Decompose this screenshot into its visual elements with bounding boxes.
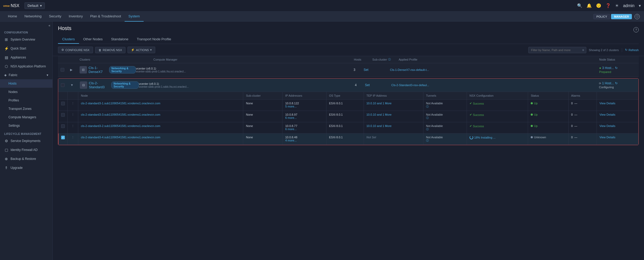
- n2-tep-more[interactable]: and 1 More: [377, 113, 392, 116]
- n2-node-name[interactable]: cls-2-standard3-3.sub11090541581.vcndemo…: [81, 113, 160, 116]
- help-icon[interactable]: ❓: [606, 3, 611, 8]
- vmw-logo: vmw: [3, 4, 9, 7]
- n1-tep-more[interactable]: and 1 More: [377, 102, 392, 105]
- nodes-header-row: Node Sub-cluster IP Addresses OS Type TE…: [58, 92, 638, 100]
- n4-ip-more[interactable]: 4 more...: [285, 139, 323, 142]
- sidebar-item-compute-managers[interactable]: Compute Managers: [0, 113, 52, 121]
- theme-icon[interactable]: ☀: [615, 3, 619, 8]
- sidebar-item-transport-zones[interactable]: Transport Zones: [0, 105, 52, 113]
- tab-other-nodes[interactable]: Other Nodes: [79, 35, 107, 44]
- cls2-subcluster-value[interactable]: Set: [365, 83, 370, 87]
- tab-transport-node-profile[interactable]: Transport Node Profile: [133, 35, 175, 44]
- n1-node-name[interactable]: cls-2-standard3-1.sub11090541581.vcndemo…: [81, 102, 160, 105]
- admin-chevron[interactable]: ▾: [639, 3, 641, 8]
- nav-security[interactable]: Security: [45, 12, 65, 22]
- n2-checkbox[interactable]: [61, 113, 65, 117]
- sidebar-item-identity-firewall[interactable]: ▢ Identity Firewall AD: [0, 145, 52, 154]
- n2-view-details[interactable]: View Details: [599, 113, 615, 116]
- n2-context-menu[interactable]: ⋮: [70, 113, 75, 116]
- n1-alarm-count: 0: [571, 102, 573, 105]
- sidebar-item-nsx-app-platform[interactable]: ⬡ NSX Application Platform: [0, 62, 52, 71]
- sidebar-collapse-button[interactable]: «: [0, 22, 52, 28]
- n3-view-details[interactable]: View Details: [599, 124, 615, 127]
- cls1-cluster-icon: ⊟: [80, 66, 87, 73]
- nav-inventory[interactable]: Inventory: [65, 12, 86, 22]
- page-help-icon[interactable]: ?: [633, 27, 639, 32]
- n3-tep-more[interactable]: and 1 More: [377, 124, 392, 127]
- cls1-name[interactable]: Cls-1-DenseX7: [89, 66, 107, 74]
- n3-tunnel-info[interactable]: ⓘ: [426, 128, 429, 131]
- n4-view-details[interactable]: View Details: [599, 136, 615, 139]
- nav-networking[interactable]: Networking: [21, 12, 45, 22]
- sidebar-item-appliances[interactable]: ▤ Appliances: [0, 53, 52, 62]
- n4-checkbox[interactable]: ✓: [61, 136, 65, 139]
- sidebar-item-system-overview[interactable]: ⊞ System Overview: [0, 35, 52, 44]
- n3-node-name[interactable]: cls-2-standard3-2.sub11090541581.vcndemo…: [81, 124, 160, 127]
- node-row-2: ⋮ cls-2-standard3-3.sub11090541581.vcnde…: [58, 111, 638, 122]
- sidebar-item-backup-restore[interactable]: ⊕ Backup & Restore: [0, 154, 52, 163]
- n3-ip-more[interactable]: 6 more...: [285, 127, 323, 131]
- service-deployments-icon: ⚙: [4, 139, 8, 143]
- refresh-button[interactable]: ↻ Refresh: [625, 48, 639, 52]
- bell-icon[interactable]: 🔔: [587, 3, 592, 8]
- n1-checkbox[interactable]: [61, 102, 65, 105]
- cls1-profile-link[interactable]: Cls-1-DenseX7-nsx-default-t...: [390, 68, 429, 71]
- user-icon[interactable]: 🙂: [596, 3, 601, 8]
- cls1-subcluster-value[interactable]: Set: [364, 68, 368, 72]
- sidebar-item-hosts[interactable]: Hosts: [0, 79, 52, 88]
- sidebar-item-upgrade[interactable]: ⇑ Upgrade: [0, 163, 52, 172]
- cls2-refresh-icon[interactable]: ↻: [615, 81, 618, 85]
- sidebar-item-settings[interactable]: Settings: [0, 121, 52, 130]
- cls2-configuring-label: Configuring: [599, 86, 636, 89]
- nav-help-icon[interactable]: ⓘ: [635, 14, 640, 19]
- sidebar-item-service-deployments[interactable]: ⚙ Service Deployments: [0, 136, 52, 145]
- n2-ip-more[interactable]: 6 more...: [285, 116, 323, 119]
- n4-node-name[interactable]: cls-2-standard3-4.sub11090541581.vcndemo…: [81, 136, 160, 139]
- configure-nsx-button[interactable]: ⚙ CONFIGURE NSX: [58, 47, 93, 53]
- admin-label[interactable]: admin: [623, 3, 635, 8]
- n1-context-menu[interactable]: ⋮: [70, 102, 75, 105]
- cls2-host-count[interactable]: 1 Host...: [602, 81, 614, 85]
- cls2-profile-link[interactable]: Cls-2-Standard3-nsx-defaul...: [391, 84, 429, 87]
- n4-context-menu[interactable]: ⋮: [70, 136, 75, 139]
- env-selector[interactable]: Default ▾: [25, 2, 45, 9]
- policy-button[interactable]: POLICY: [593, 14, 610, 19]
- n3-checkbox[interactable]: [61, 124, 65, 128]
- configure-label: CONFIGURE NSX: [65, 48, 90, 52]
- n3-context-menu[interactable]: ⋮: [70, 124, 75, 127]
- cls1-prepared-label: Prepared: [599, 70, 636, 73]
- n1-tep-ip[interactable]: 10.0.10: [367, 102, 376, 105]
- n2-tunnel-info[interactable]: ⓘ: [426, 116, 429, 119]
- sidebar-item-quick-start[interactable]: ⚡ Quick Start: [0, 44, 52, 53]
- n1-view-details[interactable]: View Details: [599, 102, 615, 105]
- sidebar-label-settings: Settings: [8, 124, 20, 127]
- nav-plan[interactable]: Plan & Troubleshoot: [86, 12, 125, 22]
- manager-button[interactable]: MANAGER: [611, 14, 632, 19]
- cls2-name[interactable]: Cls-2-Standard3: [89, 81, 109, 89]
- tab-clusters[interactable]: Clusters: [58, 35, 79, 44]
- fabric-expandable[interactable]: ◈ Fabric ▾: [0, 71, 52, 79]
- n1-ip-more[interactable]: 5 more...: [285, 105, 323, 108]
- col-headers-row: Clusters Compute Manager Hosts Sub-clust…: [58, 56, 639, 63]
- toolbar: ⚙ CONFIGURE NSX 🗑 REMOVE NSX ⚡ ACTIONS ▾…: [53, 44, 644, 56]
- nav-system[interactable]: System: [125, 12, 143, 22]
- nav-home[interactable]: Home: [4, 12, 21, 22]
- actions-button[interactable]: ⚡ ACTIONS ▾: [128, 47, 155, 53]
- remove-nsx-button[interactable]: 🗑 REMOVE NSX: [95, 47, 125, 53]
- n2-tep-ip[interactable]: 10.0.10: [367, 113, 376, 116]
- n4-tunnel-info[interactable]: ⓘ: [426, 139, 429, 142]
- cls1-expand-icon[interactable]: ▶: [70, 68, 72, 72]
- cls1-checkbox[interactable]: [61, 68, 64, 72]
- cls1-refresh-icon[interactable]: ↻: [615, 66, 618, 70]
- search-icon[interactable]: 🔍: [577, 3, 582, 8]
- cls2-checkbox[interactable]: [61, 83, 65, 87]
- tab-standalone[interactable]: Standalone: [107, 35, 133, 44]
- cls1-host-count[interactable]: 3 Host...: [602, 66, 614, 70]
- n1-tunnel-info[interactable]: ⓘ: [426, 105, 429, 108]
- cls2-expand-icon[interactable]: ▼: [70, 83, 74, 87]
- filter-input[interactable]: [528, 47, 586, 53]
- sidebar-item-profiles[interactable]: Profiles: [0, 96, 52, 105]
- sidebar-item-nodes[interactable]: Nodes: [0, 88, 52, 96]
- n3-tep-ip[interactable]: 10.0.10: [367, 124, 376, 127]
- n3-ip: 10.0.8.77: [285, 124, 323, 127]
